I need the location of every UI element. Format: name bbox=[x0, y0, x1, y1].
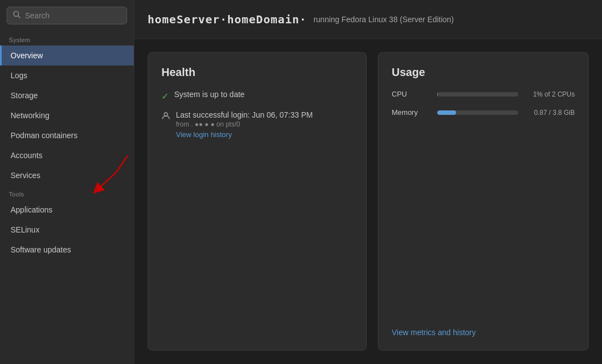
svg-line-1 bbox=[18, 16, 21, 18]
sidebar-item-podman-containers[interactable]: Podman containers bbox=[0, 125, 134, 145]
usage-card: Usage CPU 1% of 2 CPUs Memory 0.87 / 3.8… bbox=[378, 52, 589, 351]
sidebar: System Overview Logs Storage Networking … bbox=[0, 0, 134, 364]
health-title: Health bbox=[161, 66, 353, 79]
memory-label: Memory bbox=[392, 108, 431, 117]
cpu-label: CPU bbox=[392, 90, 431, 98]
sidebar-item-label: Podman containers bbox=[11, 131, 78, 140]
sidebar-item-overview[interactable]: Overview bbox=[0, 46, 134, 65]
cpu-progress-fill bbox=[437, 92, 438, 97]
svg-point-6 bbox=[164, 113, 168, 116]
health-login-text: Last successful login: Jun 06, 07:33 PM bbox=[176, 110, 313, 119]
sidebar-item-label: Applications bbox=[11, 205, 53, 214]
view-login-history-link[interactable]: View login history bbox=[176, 130, 232, 139]
check-icon: ✓ bbox=[161, 91, 169, 102]
search-input[interactable] bbox=[25, 11, 121, 20]
sidebar-item-label: Software updates bbox=[11, 245, 71, 254]
health-login-item: Last successful login: Jun 06, 07:33 PM … bbox=[161, 110, 353, 139]
health-status-item: ✓ System is up to date bbox=[161, 90, 353, 102]
search-box bbox=[7, 7, 127, 24]
search-icon bbox=[13, 11, 21, 21]
sidebar-item-label: SELinux bbox=[11, 225, 39, 234]
sidebar-item-label: Networking bbox=[11, 111, 49, 120]
os-label: running Fedora Linux 38 (Server Edition) bbox=[313, 15, 454, 24]
sidebar-item-selinux[interactable]: SELinux bbox=[0, 220, 134, 240]
memory-progress-fill bbox=[437, 110, 456, 115]
user-icon bbox=[161, 112, 170, 123]
system-section-label: System bbox=[0, 31, 134, 46]
sidebar-item-services[interactable]: Services bbox=[0, 165, 134, 185]
health-login-sub: from . ●● ● ● on pts/0 bbox=[176, 120, 313, 128]
cpu-value: 1% of 2 CPUs bbox=[525, 90, 575, 98]
cpu-row: CPU 1% of 2 CPUs bbox=[392, 90, 575, 98]
memory-value: 0.87 / 3.8 GiB bbox=[525, 109, 575, 117]
sidebar-item-software-updates[interactable]: Software updates bbox=[0, 240, 134, 260]
content-area: Health ✓ System is up to date Last succe… bbox=[134, 39, 602, 364]
sidebar-item-accounts[interactable]: Accounts bbox=[0, 145, 134, 165]
sidebar-item-label: Overview bbox=[11, 51, 43, 60]
sidebar-item-label: Services bbox=[11, 171, 41, 180]
memory-row: Memory 0.87 / 3.8 GiB bbox=[392, 108, 575, 117]
cpu-progress-bar bbox=[437, 92, 518, 97]
health-status-text: System is up to date bbox=[174, 90, 245, 99]
main-content: homeServer·homeDomain· running Fedora Li… bbox=[134, 0, 602, 364]
search-container bbox=[0, 0, 134, 31]
sidebar-item-label: Storage bbox=[11, 91, 38, 100]
hostname: homeServer·homeDomain· bbox=[148, 13, 307, 26]
sidebar-item-label: Accounts bbox=[11, 151, 43, 160]
topbar: homeServer·homeDomain· running Fedora Li… bbox=[134, 0, 602, 39]
sidebar-item-networking[interactable]: Networking bbox=[0, 105, 134, 125]
health-card: Health ✓ System is up to date Last succe… bbox=[148, 52, 367, 351]
usage-title: Usage bbox=[392, 66, 575, 79]
view-metrics-link[interactable]: View metrics and history bbox=[392, 317, 575, 337]
tools-section-label: Tools bbox=[0, 185, 134, 200]
sidebar-item-logs[interactable]: Logs bbox=[0, 65, 134, 85]
sidebar-item-storage[interactable]: Storage bbox=[0, 85, 134, 105]
memory-progress-bar bbox=[437, 110, 518, 115]
sidebar-item-applications[interactable]: Applications bbox=[0, 200, 134, 220]
sidebar-item-label: Logs bbox=[11, 71, 27, 80]
